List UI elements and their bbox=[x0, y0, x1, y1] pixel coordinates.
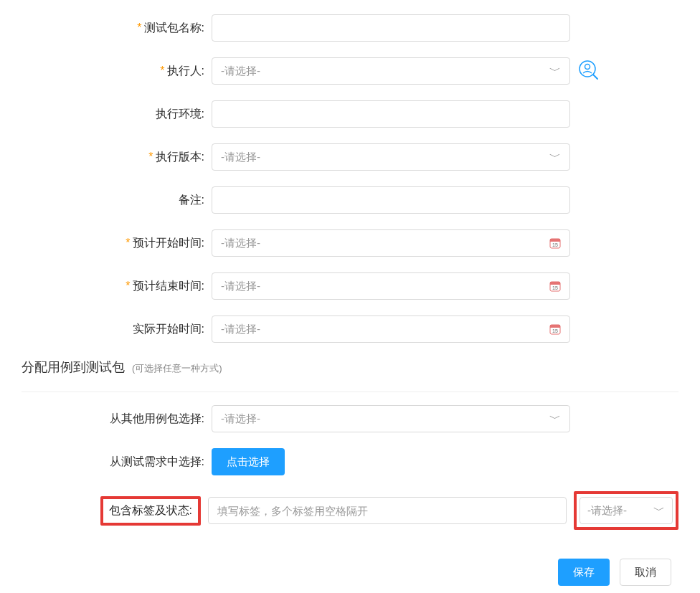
tag-input[interactable] bbox=[208, 497, 567, 524]
svg-point-1 bbox=[585, 64, 590, 69]
chevron-down-icon: ﹀ bbox=[549, 64, 561, 79]
divider bbox=[22, 392, 678, 392]
svg-line-2 bbox=[593, 75, 597, 79]
section-title: 分配用例到测试包 bbox=[22, 359, 125, 376]
actual-start-label: 实际开始时间 bbox=[133, 323, 202, 335]
from-req-label: 从测试需求中选择 bbox=[110, 455, 202, 468]
section-subtitle: (可选择任意一种方式) bbox=[132, 362, 222, 375]
from-other-label: 从其他用例包选择 bbox=[110, 412, 202, 424]
start-time-picker[interactable]: -请选择- 15 bbox=[212, 229, 570, 257]
svg-rect-7 bbox=[550, 282, 560, 285]
from-other-select[interactable]: -请选择- ﹀ bbox=[212, 405, 570, 432]
executor-label: 执行人 bbox=[167, 65, 202, 77]
calendar-icon: 15 bbox=[549, 323, 561, 335]
save-button[interactable]: 保存 bbox=[558, 559, 610, 586]
svg-rect-10 bbox=[550, 325, 560, 328]
cancel-button[interactable]: 取消 bbox=[620, 559, 671, 586]
chevron-down-icon: ﹀ bbox=[653, 503, 665, 518]
end-time-picker[interactable]: -请选择- 15 bbox=[212, 272, 570, 300]
calendar-icon: 15 bbox=[549, 280, 561, 292]
tag-label-highlight: 包含标签及状态: bbox=[100, 496, 201, 526]
tag-status-label: 包含标签及状态 bbox=[109, 504, 189, 516]
version-label: 执行版本 bbox=[156, 151, 202, 163]
remark-input[interactable] bbox=[212, 186, 570, 214]
actual-start-picker[interactable]: -请选择- 15 bbox=[212, 316, 570, 343]
package-name-input[interactable] bbox=[212, 14, 570, 42]
chevron-down-icon: ﹀ bbox=[549, 150, 561, 165]
svg-text:15: 15 bbox=[552, 242, 558, 247]
click-select-button[interactable]: 点击选择 bbox=[212, 448, 285, 475]
status-select[interactable]: -请选择- ﹀ bbox=[580, 497, 673, 524]
executor-select[interactable]: -请选择- ﹀ bbox=[212, 57, 570, 85]
calendar-icon: 15 bbox=[549, 237, 561, 249]
svg-text:15: 15 bbox=[552, 328, 558, 333]
svg-text:15: 15 bbox=[552, 285, 558, 290]
user-search-icon[interactable] bbox=[579, 60, 599, 82]
version-select[interactable]: -请选择- ﹀ bbox=[212, 143, 570, 171]
environment-label: 执行环境 bbox=[156, 108, 202, 120]
environment-input[interactable] bbox=[212, 100, 570, 128]
package-name-label: 测试包名称 bbox=[144, 22, 202, 34]
remark-label: 备注 bbox=[179, 194, 202, 206]
status-select-highlight: -请选择- ﹀ bbox=[574, 491, 678, 530]
chevron-down-icon: ﹀ bbox=[549, 412, 561, 427]
end-time-label: 预计结束时间 bbox=[133, 280, 202, 292]
svg-rect-4 bbox=[550, 239, 560, 242]
start-time-label: 预计开始时间 bbox=[133, 237, 202, 249]
